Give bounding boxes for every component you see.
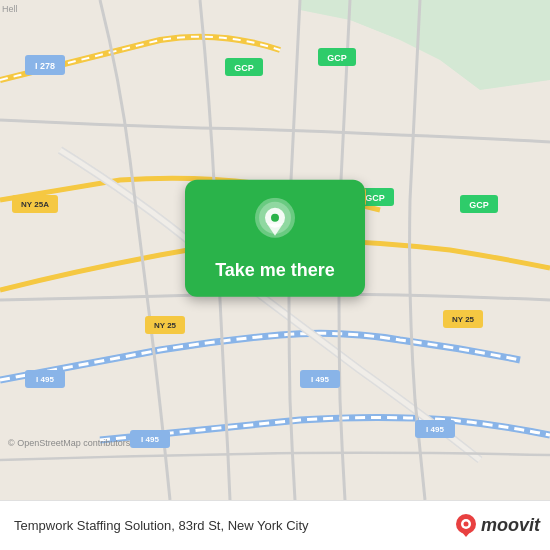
location-pin-icon [253,198,297,250]
svg-marker-43 [461,531,471,537]
svg-text:I 495: I 495 [141,435,159,444]
svg-point-42 [463,521,468,526]
button-overlay: Take me there [185,180,365,297]
svg-text:Hell: Hell [2,4,18,14]
svg-text:I 495: I 495 [311,375,329,384]
copyright-text: © OpenStreetMap contributors [8,438,130,448]
svg-text:GCP: GCP [469,200,489,210]
svg-text:NY 25: NY 25 [154,321,177,330]
svg-text:GCP: GCP [365,193,385,203]
svg-text:I 495: I 495 [426,425,444,434]
take-me-there-card[interactable]: Take me there [185,180,365,297]
moovit-brand-text: moovit [481,515,540,536]
svg-text:I 278: I 278 [35,61,55,71]
map-container: GCP GCP GCP GCP I 278 NY 25A NY 25A NY 2… [0,0,550,500]
take-me-there-button[interactable]: Take me there [215,260,335,281]
svg-text:I 495: I 495 [36,375,54,384]
svg-text:GCP: GCP [234,63,254,73]
svg-text:NY 25A: NY 25A [21,200,49,209]
svg-text:GCP: GCP [327,53,347,63]
location-info: Tempwork Staffing Solution, 83rd St, New… [14,518,309,533]
moovit-pin-icon [455,513,477,539]
moovit-logo[interactable]: moovit [455,513,540,539]
location-name: Tempwork Staffing Solution, 83rd St, New… [14,518,309,533]
bottom-bar: Tempwork Staffing Solution, 83rd St, New… [0,500,550,550]
svg-text:NY 25: NY 25 [452,315,475,324]
svg-point-38 [271,214,279,222]
